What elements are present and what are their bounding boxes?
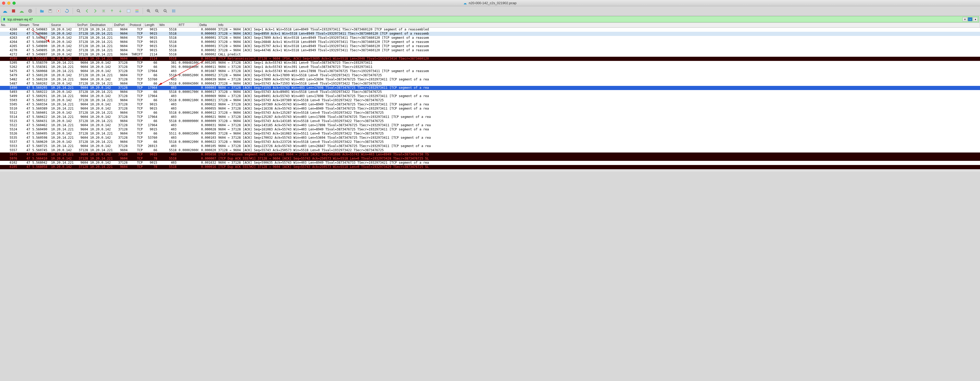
display-filter-input[interactable] <box>8 17 961 21</box>
go-forward-icon[interactable] <box>92 7 99 14</box>
recent-filters-icon[interactable]: ▾ <box>973 17 978 21</box>
cell-time: 5.560312 <box>31 98 50 103</box>
zoom-out-icon[interactable] <box>153 7 161 14</box>
find-icon[interactable] <box>75 7 82 14</box>
packet-row[interactable]: 5479475.56012010.20.0.1423712810.20.14.2… <box>0 73 980 78</box>
header-delta[interactable]: Delta <box>198 23 217 27</box>
header-destination[interactable]: Destination <box>89 23 113 27</box>
header-stream[interactable]: Stream <box>18 23 31 27</box>
packet-row[interactable]: 6102475.56804210.20.14.221960410.20.0.14… <box>0 161 980 165</box>
bookmark-filter-icon[interactable] <box>2 17 6 21</box>
packet-row[interactable]: 5975475.56640310.20.14.221960410.20.0.14… <box>0 152 980 157</box>
zoom-reset-icon[interactable]: 1:1 <box>162 7 169 14</box>
close-button[interactable] <box>2 2 5 5</box>
cell-stream: 47 <box>18 136 31 140</box>
resize-columns-icon[interactable] <box>170 7 177 14</box>
packet-row[interactable]: 5537475.56062010.20.0.1423712810.20.14.2… <box>0 140 980 144</box>
packet-row[interactable]: 5205475.55837010.20.14.221960410.20.0.14… <box>0 61 980 65</box>
cell-sport: 9604 <box>76 152 89 157</box>
shark-fin-icon[interactable] <box>2 7 9 14</box>
packet-row[interactable]: 5503475.56031210.20.0.1423712810.20.14.2… <box>0 98 980 103</box>
wireshark-icon <box>463 1 467 5</box>
header-srcport[interactable]: SrcPort <box>76 23 89 27</box>
save-file-icon[interactable] <box>47 7 54 14</box>
packet-row[interactable]: 5475475.56006810.20.14.221960410.20.0.14… <box>0 69 980 73</box>
cell-src: 10.20.0.142 <box>50 57 76 61</box>
packet-row[interactable]: 5553475.56072510.20.14.221960410.20.0.14… <box>0 144 980 148</box>
go-to-packet-icon[interactable] <box>100 7 107 14</box>
packet-row[interactable]: 5487475.56020210.20.0.1423712810.20.14.2… <box>0 82 980 86</box>
packet-row[interactable]: 5514475.56042210.20.14.221960410.20.0.14… <box>0 115 980 119</box>
header-time[interactable]: Time <box>31 23 50 27</box>
packet-row[interactable]: 5524475.56049010.20.14.221960410.20.0.14… <box>0 127 980 132</box>
cell-no: 5487 <box>0 82 18 86</box>
packet-row[interactable]: 5526475.56049510.20.0.1423712810.20.14.2… <box>0 132 980 136</box>
go-first-icon[interactable] <box>108 7 116 14</box>
packet-row[interactable]: 5510475.56038910.20.14.221960410.20.0.14… <box>0 107 980 111</box>
packet-row[interactable]: 6105475.56805810.20.0.1423712810.20.14.2… <box>0 165 980 169</box>
packet-row[interactable]: 5482475.56015910.20.14.221960410.20.0.14… <box>0 78 980 82</box>
packet-row[interactable]: 5499475.56029110.20.14.221960410.20.0.14… <box>0 94 980 98</box>
close-file-icon[interactable] <box>55 7 62 14</box>
colorize-icon[interactable] <box>133 7 141 14</box>
packet-row[interactable]: 5493475.56022210.20.0.1423712810.20.14.2… <box>0 90 980 94</box>
packet-row[interactable]: 4270475.54989510.20.0.1423712810.20.14.2… <box>0 48 980 52</box>
packet-row[interactable]: 5515475.56043110.20.0.1423712810.20.14.2… <box>0 119 980 123</box>
stop-capture-icon[interactable] <box>10 7 17 14</box>
cell-dport: 9604 <box>113 40 129 44</box>
horizontal-scrollbar[interactable] <box>0 169 980 172</box>
cell-sport: 9604 <box>76 103 89 107</box>
cell-len: 78 <box>144 165 158 169</box>
packet-row[interactable]: 4263475.54988710.20.0.1423712810.20.14.2… <box>0 36 980 40</box>
clear-filter-icon[interactable]: ✕ <box>963 17 967 21</box>
cell-sport: 37128 <box>76 132 89 136</box>
cell-time: 5.560205 <box>31 86 50 90</box>
cell-dst: 10.20.14.221 <box>89 52 113 57</box>
packet-row[interactable]: 5522475.56046210.20.14.221960410.20.0.14… <box>0 123 980 127</box>
packet-row[interactable]: 4599475.55316510.20.0.1423712810.20.14.2… <box>0 57 980 61</box>
reload-file-icon[interactable] <box>63 7 70 14</box>
cell-dst: 10.20.0.142 <box>89 152 113 157</box>
cell-win: 403 <box>158 78 178 82</box>
packet-row[interactable]: 5557475.56074510.20.0.1423712810.20.14.2… <box>0 148 980 152</box>
cell-time: 5.560222 <box>31 90 50 94</box>
open-file-icon[interactable] <box>38 7 46 14</box>
cell-proto: TCP <box>129 107 144 111</box>
cell-info: 37128 → 9604 [ACK] Seq=55743 Ack=223726 … <box>217 140 980 144</box>
header-win[interactable]: Win <box>158 23 178 27</box>
apply-filter-icon[interactable]: → <box>968 17 972 21</box>
cell-dst: 10.20.0.142 <box>89 61 113 65</box>
cell-sport: 9604 <box>76 78 89 82</box>
maximize-button[interactable] <box>13 2 16 5</box>
packet-row[interactable]: 5512475.56040110.20.0.1423712810.20.14.2… <box>0 111 980 115</box>
packet-row[interactable]: 4272475.54989710.20.0.1423712810.20.14.2… <box>0 52 980 57</box>
restart-capture-icon[interactable] <box>18 7 25 14</box>
header-no[interactable]: No. <box>0 23 18 27</box>
packet-row[interactable]: 4264475.54988910.20.0.1423712810.20.14.2… <box>0 40 980 44</box>
packet-row[interactable]: 5976475.56641010.20.0.1423712810.20.14.2… <box>0 157 980 161</box>
packet-row[interactable]: 5535475.56059810.20.14.221960410.20.0.14… <box>0 136 980 140</box>
cell-no: 4264 <box>0 40 18 44</box>
minimize-button[interactable] <box>7 2 10 5</box>
packet-row[interactable]: 5505475.56033410.20.14.221960410.20.0.14… <box>0 103 980 107</box>
header-protocol[interactable]: Protocol <box>129 23 144 27</box>
header-length[interactable]: Length <box>144 23 158 27</box>
header-rtt[interactable]: RTT <box>178 23 198 27</box>
packet-row[interactable]: 5490475.56020510.20.14.221960410.20.0.14… <box>0 86 980 90</box>
cell-time: 5.560120 <box>31 73 50 78</box>
capture-options-icon[interactable] <box>27 7 34 14</box>
cell-rtt <box>178 28 198 32</box>
packet-row[interactable]: 4261475.54988610.20.0.1423712810.20.14.2… <box>0 32 980 36</box>
packet-list[interactable]: 4260475.54988310.20.0.1423712810.20.14.2… <box>0 28 980 169</box>
header-dstport[interactable]: DstPort <box>113 23 129 27</box>
cell-no: 4263 <box>0 36 18 40</box>
packet-row[interactable]: 5262475.55838110.20.14.221960410.20.0.14… <box>0 65 980 69</box>
header-source[interactable]: Source <box>50 23 76 27</box>
go-last-icon[interactable] <box>117 7 124 14</box>
packet-row[interactable]: 4260475.54988310.20.0.1423712810.20.14.2… <box>0 28 980 32</box>
zoom-in-icon[interactable] <box>145 7 152 14</box>
go-back-icon[interactable] <box>83 7 91 14</box>
packet-row[interactable]: 4265475.54989010.20.0.1423712810.20.14.2… <box>0 44 980 48</box>
auto-scroll-icon[interactable] <box>125 7 132 14</box>
header-info[interactable]: Info <box>217 23 980 27</box>
